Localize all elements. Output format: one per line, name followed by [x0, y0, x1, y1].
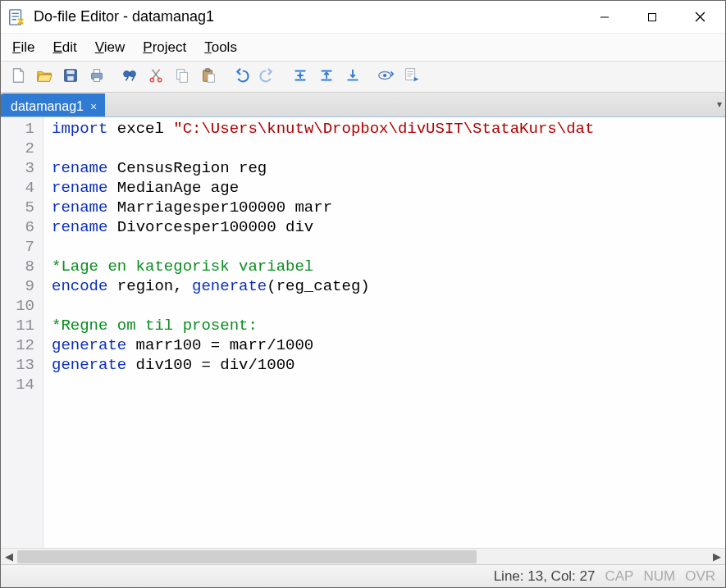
code-line[interactable]: generate div100 = div/1000 — [52, 355, 725, 375]
titlebar: Do-file Editor - datamanag1 — [1, 1, 725, 34]
code-line[interactable] — [52, 296, 725, 316]
redo-icon — [258, 66, 276, 88]
line-number: 6 — [1, 217, 34, 237]
find-button[interactable] — [117, 65, 142, 89]
num-indicator: NUM — [643, 568, 675, 585]
line-number: 5 — [1, 198, 34, 217]
redo-button[interactable] — [255, 65, 280, 89]
line-number: 10 — [1, 296, 34, 316]
menu-project[interactable]: Project — [135, 36, 194, 59]
preview-button[interactable] — [373, 65, 398, 89]
svg-point-18 — [383, 73, 386, 76]
svg-rect-3 — [66, 70, 74, 74]
code-line[interactable]: rename MedianAge age — [52, 178, 725, 198]
copy-icon — [173, 66, 191, 88]
code-line[interactable]: rename Marriagesper100000 marr — [52, 198, 725, 217]
toolbar — [1, 62, 725, 93]
line-number: 7 — [1, 237, 34, 257]
scroll-right-icon[interactable]: ▶ — [709, 549, 725, 565]
svg-rect-13 — [180, 72, 187, 82]
maximize-button[interactable] — [628, 1, 676, 34]
bookmark-button[interactable] — [340, 65, 365, 89]
line-number: 3 — [1, 158, 34, 178]
close-button[interactable] — [676, 1, 724, 34]
cursor-position: Line: 13, Col: 27 — [494, 568, 596, 585]
code-line[interactable]: import excel "C:\Users\knutw\Dropbox\div… — [52, 119, 725, 139]
horizontal-scrollbar[interactable]: ◀ ▶ — [1, 548, 725, 564]
tab-overflow-icon[interactable]: ▾ — [717, 98, 722, 110]
menu-tools[interactable]: Tools — [196, 36, 245, 59]
tab-label: datamanag1 — [11, 99, 84, 114]
bookmark-icon — [344, 66, 362, 88]
code-line[interactable]: rename Divorcesper100000 div — [52, 217, 725, 237]
code-line[interactable]: rename CensusRegion reg — [52, 158, 725, 178]
line-number-gutter: 1234567891011121314 — [1, 117, 43, 548]
line-number: 1 — [1, 119, 34, 139]
svg-rect-15 — [205, 68, 210, 71]
cap-indicator: CAP — [605, 568, 633, 585]
open-button[interactable] — [32, 65, 57, 89]
code-area[interactable]: import excel "C:\Users\knutw\Dropbox\div… — [43, 117, 725, 548]
line-number: 8 — [1, 257, 34, 276]
code-line[interactable]: generate marr100 = marr/1000 — [52, 335, 725, 355]
svg-rect-4 — [67, 75, 73, 80]
menu-file-rest: ile — [21, 39, 34, 55]
tab-close-icon[interactable]: × — [90, 100, 97, 113]
code-line[interactable]: encode region, generate(reg_categ) — [52, 276, 725, 296]
undo-icon — [232, 66, 250, 88]
svg-point-11 — [158, 78, 161, 81]
print-button[interactable] — [84, 65, 109, 89]
svg-rect-1 — [649, 13, 656, 21]
print-icon — [88, 66, 106, 88]
app-icon — [7, 8, 25, 26]
svg-rect-7 — [94, 77, 99, 81]
paste-icon — [199, 66, 217, 88]
menu-file[interactable]: File — [4, 36, 43, 59]
svg-point-10 — [150, 78, 153, 81]
indent-minus-icon — [317, 66, 336, 88]
code-line[interactable]: *Regne om til prosent: — [52, 316, 725, 335]
line-number: 11 — [1, 316, 34, 335]
save-button[interactable] — [58, 65, 83, 89]
menu-edit[interactable]: Edit — [44, 36, 84, 59]
code-line[interactable] — [52, 375, 725, 394]
run-icon — [403, 66, 421, 88]
indent-plus-icon — [291, 66, 309, 88]
indent-plus-button[interactable] — [288, 65, 313, 89]
svg-rect-6 — [94, 69, 99, 73]
minimize-button[interactable] — [581, 1, 628, 34]
ovr-indicator: OVR — [685, 568, 715, 585]
scroll-thumb[interactable] — [17, 550, 477, 563]
new-icon — [9, 66, 27, 88]
save-icon — [62, 66, 80, 88]
tab-active[interactable]: datamanag1 × — [1, 93, 105, 116]
run-preview-icon — [376, 66, 395, 88]
indent-minus-button[interactable] — [314, 65, 339, 89]
cut-icon — [147, 66, 165, 88]
menubar: File Edit View Project Tools — [1, 34, 725, 62]
svg-point-8 — [124, 71, 130, 76]
line-number: 12 — [1, 335, 34, 355]
scroll-left-icon[interactable]: ◀ — [1, 549, 17, 565]
menu-view[interactable]: View — [87, 36, 134, 59]
tab-bar: datamanag1 × ▾ — [1, 93, 725, 117]
open-icon — [34, 66, 54, 88]
line-number: 14 — [1, 375, 34, 394]
code-line[interactable] — [52, 139, 725, 158]
run-button[interactable] — [400, 65, 424, 89]
code-line[interactable]: *Lage en kategorisk variabel — [52, 257, 725, 276]
new-button[interactable] — [6, 65, 30, 89]
find-icon — [121, 66, 139, 88]
scroll-track[interactable] — [17, 549, 709, 564]
line-number: 13 — [1, 355, 34, 375]
undo-button[interactable] — [229, 65, 253, 89]
paste-button[interactable] — [196, 65, 221, 89]
code-editor[interactable]: 1234567891011121314 import excel "C:\Use… — [1, 117, 725, 548]
copy-button[interactable] — [170, 65, 194, 89]
cut-button[interactable] — [144, 65, 168, 89]
line-number: 2 — [1, 139, 34, 158]
code-line[interactable] — [52, 237, 725, 257]
svg-rect-16 — [208, 74, 214, 82]
line-number: 4 — [1, 178, 34, 198]
svg-point-9 — [130, 71, 135, 76]
